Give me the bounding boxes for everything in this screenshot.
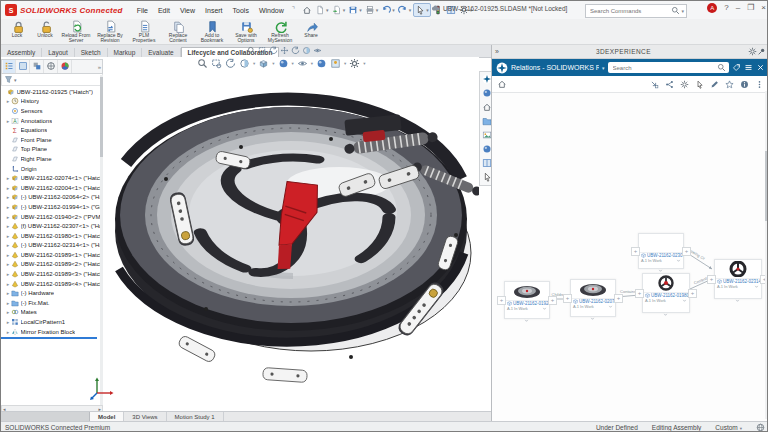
node-state-caret-icon[interactable] [682, 298, 687, 303]
menu-pin-icon[interactable]: ⌝ [292, 6, 295, 14]
cm-add-to-bookmark-button[interactable]: Add to Bookmark [195, 19, 229, 44]
redo-button[interactable]: ▾ [397, 4, 413, 16]
select-button[interactable]: ▾ [413, 3, 431, 17]
tree-item[interactable]: ▸UBW-21162-01989<3> ("Hatch Zinc [1, 269, 103, 279]
expand-left-button[interactable]: + [635, 289, 644, 298]
expand-down-button[interactable] [590, 315, 595, 322]
tree-item[interactable]: Top Plane [1, 145, 103, 155]
expand-down-button[interactable] [524, 317, 529, 324]
tree-item[interactable]: ▸AAnnotations [1, 116, 103, 126]
task-pane-tab-file-explorer[interactable] [482, 116, 492, 127]
help-button[interactable]: ? [724, 3, 728, 13]
open-document-button[interactable]: ▾ [331, 4, 347, 16]
info-icon[interactable] [740, 80, 749, 89]
cloud-icon[interactable] [431, 4, 440, 13]
expand-down-button[interactable] [663, 311, 668, 318]
node-state-caret-icon[interactable] [754, 284, 759, 289]
task-pane-tab-homepage[interactable] [482, 102, 492, 113]
graph-node[interactable]: UBW-21162-01925 A.1 In Work + + [504, 281, 550, 319]
tree-item[interactable]: ▸(f) UBW-21162-02307<1> ("Hatch In [1, 221, 103, 231]
edit-icon[interactable] [710, 80, 719, 89]
expand-left-button[interactable]: + [563, 294, 572, 303]
expand-left-button[interactable]: + [497, 296, 506, 305]
tree-item[interactable]: Front Plane [1, 135, 103, 145]
import-icon[interactable] [650, 80, 659, 89]
search-icon[interactable] [717, 63, 726, 72]
tab-layout[interactable]: Layout [42, 48, 75, 57]
home-icon[interactable] [497, 79, 507, 89]
menu-window[interactable]: Window [255, 5, 288, 16]
rollback-bar[interactable] [1, 337, 97, 339]
cm-lock-button[interactable]: Lock [3, 19, 31, 38]
expand-right-button[interactable]: + [614, 294, 623, 303]
section-view-icon[interactable] [239, 58, 250, 69]
gear-icon[interactable] [748, 47, 757, 56]
section-view-icon[interactable] [302, 46, 311, 55]
tree-item[interactable]: ▸Mates [1, 308, 103, 318]
panel-search-input[interactable] [611, 64, 717, 72]
node-state-caret-icon[interactable] [608, 304, 613, 309]
view-orientation-icon[interactable] [258, 58, 269, 69]
tree-item[interactable]: ▸(-) UBW-21162-02314<1> ("Hatch R [1, 241, 103, 251]
expand-right-button[interactable]: + [682, 247, 691, 256]
view-settings-icon[interactable] [349, 58, 360, 69]
pan-icon[interactable] [280, 46, 289, 55]
tree-filter-row[interactable]: ▾ [1, 74, 103, 86]
tree-root-item[interactable]: UBW-21162-01925 ("Hatch") [1, 87, 103, 97]
menu-file[interactable]: File [133, 5, 152, 16]
user-avatar[interactable]: A [707, 3, 717, 13]
expand-down-button[interactable] [658, 267, 663, 274]
relations-graph-canvas[interactable]: Children Contains Context Drawing Of UBW… [492, 93, 768, 423]
zoom-to-fit-icon[interactable] [197, 58, 208, 69]
settings-icon[interactable] [680, 80, 689, 89]
tree-item[interactable]: ▸UBW-21162-01989<1> ("Hatch Zinc [1, 250, 103, 260]
tab-assembly[interactable]: Assembly [1, 48, 42, 57]
undo-button[interactable]: ▾ [380, 4, 396, 16]
status-units[interactable]: Custom▾ [715, 424, 742, 431]
menu-view[interactable]: View [176, 5, 199, 16]
tree-item[interactable]: ▸History [1, 97, 103, 107]
task-pane-tab-pack-and-go[interactable] [482, 172, 492, 183]
tree-vertical-scrollbar[interactable] [100, 75, 103, 405]
rotate-view-icon[interactable] [291, 46, 300, 55]
expand-right-button[interactable]: + [548, 296, 557, 305]
home-button[interactable] [301, 4, 313, 16]
tree-item[interactable]: Right Plane [1, 154, 103, 164]
favorite-icon[interactable] [725, 80, 734, 89]
apply-scene-icon[interactable] [330, 58, 341, 69]
menu-tools[interactable]: Tools [229, 5, 253, 16]
tree-item[interactable]: Origin [1, 164, 103, 174]
menu-insert[interactable]: Insert [201, 5, 227, 16]
zoom-icon[interactable] [247, 46, 256, 55]
graph-node[interactable]: UBW-21162-02314 A.1 In Work + + [714, 259, 762, 299]
menu-edit[interactable]: Edit [154, 5, 174, 16]
previous-view-icon[interactable] [269, 46, 278, 55]
tree-pane-tab-4[interactable] [45, 60, 58, 73]
graph-node[interactable]: UBW-21162-01980 A.1 In Work + + [642, 273, 690, 313]
expand-left-button[interactable]: + [707, 275, 716, 284]
tree-item[interactable]: ▸UBW-21162-01980<1> ("Hatch Ring [1, 231, 103, 241]
minimize-button[interactable]: – [736, 3, 740, 13]
tree-pane-tab-5[interactable] [59, 60, 72, 73]
tree-item[interactable]: ▸UBW-21162-01989<2> ("Hatch Zinc [1, 260, 103, 270]
new-document-button[interactable]: ▾ [314, 4, 330, 16]
print-button[interactable]: ▾ [364, 4, 380, 16]
tree-pane-tab-1[interactable] [3, 60, 16, 73]
task-pane-tab-custom-properties[interactable] [482, 158, 492, 169]
panel-search[interactable] [608, 62, 729, 73]
cm-unlock-button[interactable]: Unlock [31, 19, 59, 38]
cm-replace-content-button[interactable]: Replace Content [161, 19, 195, 44]
more-icon[interactable] [755, 80, 764, 89]
expand-down-button[interactable] [735, 297, 740, 304]
zoom-area-icon[interactable] [258, 46, 267, 55]
tree-item[interactable]: ▸LocalCirPattern1 [1, 317, 103, 327]
tree-item[interactable]: ▸Mirror Fixation Block [1, 327, 103, 337]
save-button[interactable]: ▾ [347, 4, 363, 16]
graphics-viewport[interactable]: ▾▾▾▾▾▾ » ▾ UBW-21162-01925 ("Hatch")▸His… [1, 57, 479, 411]
globe-icon[interactable] [756, 423, 765, 432]
share-graph-icon[interactable] [665, 80, 674, 89]
command-search-input[interactable] [588, 7, 671, 15]
zoom-to-area-icon[interactable] [211, 58, 222, 69]
display-style-icon[interactable] [278, 58, 289, 69]
task-pane-tab-appearances[interactable] [482, 144, 492, 155]
